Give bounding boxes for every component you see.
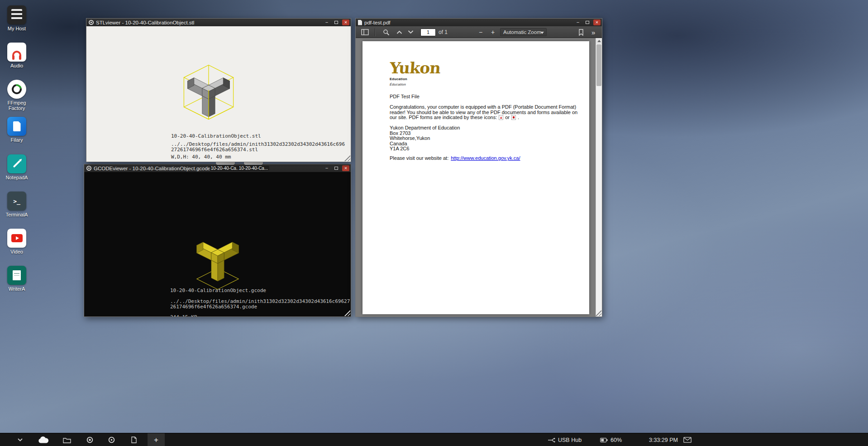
stlviewer-app-icon [89, 20, 94, 25]
desktop-file-label: 10-20-40-Ca... [210, 166, 241, 171]
stl-dimensions: W,D,H: 40, 40, 40 mm [171, 154, 345, 160]
desktop-icon-label: WriterA [9, 286, 25, 292]
taskbar-files-button[interactable] [61, 433, 73, 446]
desktop-icon-writer[interactable]: WriterA [3, 266, 31, 292]
search-button[interactable] [383, 26, 390, 38]
envelope-icon [683, 437, 692, 443]
pdf-page: Yukon Education Éducation PDF Test File … [362, 41, 589, 314]
sidebar-toggle-button[interactable] [361, 26, 369, 38]
stl-3d-render [161, 38, 256, 134]
page-number-input[interactable] [420, 29, 436, 36]
chevron-down-icon [540, 32, 544, 34]
taskbar-gcodeviewer-button[interactable] [105, 433, 118, 446]
desktop-icon-label: FFmpeg Factory [3, 100, 31, 111]
taskbar-add-button[interactable]: + [148, 433, 165, 446]
desktop-icon-ffmpeg[interactable]: FFmpeg Factory [3, 80, 31, 111]
website-link[interactable]: http://www.education.gov.yk.ca/ [451, 155, 520, 161]
usb-hub-status[interactable]: USB Hub [548, 433, 582, 446]
folder-icon [63, 437, 71, 443]
desktop-file-label: 10-20-40-Ca... [238, 166, 269, 171]
taskbar: + USB Hub 60% 3:33:29 PM [0, 433, 868, 446]
pdf-heading: PDF Test File [390, 94, 420, 100]
chevron-down-icon [408, 30, 414, 34]
pdf-document-icon [131, 436, 137, 443]
desktop-icon-video[interactable]: Video [3, 229, 31, 254]
gcodeviewer-app-icon [86, 166, 91, 171]
zoom-out-button[interactable]: − [479, 26, 482, 38]
minimize-button[interactable]: − [323, 19, 330, 25]
pencil-icon [7, 154, 26, 173]
yukon-logo-wordmark: Yukon [389, 60, 441, 76]
page-number-group: of 1 [420, 26, 448, 38]
taskbar-stlviewer-button[interactable] [83, 433, 96, 446]
zoom-in-button[interactable]: + [491, 26, 495, 38]
terminal-prompt-icon: >_ [7, 192, 26, 211]
taskbar-launcher-button[interactable] [37, 433, 50, 446]
desktop-icon-filary[interactable]: Filary [3, 117, 31, 143]
pdf-titlebar[interactable]: pdf-test.pdf − × [356, 19, 602, 26]
pdf-form-icon [511, 115, 516, 120]
stlviewer-app-icon [86, 436, 93, 443]
more-tools-button[interactable]: » [591, 26, 595, 38]
chevron-up-icon [396, 30, 402, 34]
play-button-icon [7, 229, 26, 248]
vertical-scrollbar[interactable] [596, 38, 602, 317]
maximize-button[interactable] [584, 19, 591, 25]
window-title: pdf-test.pdf [364, 20, 391, 25]
maximize-button[interactable] [333, 19, 340, 25]
next-page-button[interactable] [408, 26, 414, 38]
cloud-icon [38, 436, 49, 444]
gcode-filename: 10-20-40-CalibrationObject.gcode [170, 288, 350, 293]
minimize-button[interactable]: − [574, 19, 582, 25]
stl-viewport[interactable]: 10-20-40-CalibrationObject.stl ../../Des… [86, 26, 351, 162]
yukon-logo: Yukon Education Éducation [390, 60, 440, 87]
taskbar-pdf-button[interactable] [128, 433, 140, 446]
close-button[interactable]: × [342, 165, 349, 171]
desktop-icon-terminal[interactable]: >_ TerminalA [3, 192, 31, 217]
gcodeviewer-window: GCODEviewer - 10-20-40-CalibrationObject… [84, 164, 351, 317]
zoom-select-value: Automatic Zoom [503, 29, 541, 35]
scroll-up-arrow[interactable] [596, 38, 602, 44]
previous-page-button[interactable] [396, 26, 402, 38]
desktop-icon-label: Filary [11, 137, 23, 143]
address-block: Yukon Department of Education Box 2703 W… [390, 125, 460, 152]
gcode-3d-render [170, 203, 265, 298]
stlviewer-titlebar[interactable]: STLviewer - 10-20-40-CalibrationObject.s… [86, 19, 351, 26]
maximize-button[interactable] [333, 165, 340, 171]
pdf-toolbar: of 1 − + Automatic Zoom » [356, 26, 602, 38]
battery-status[interactable]: 60% [600, 433, 622, 446]
search-icon [383, 29, 390, 36]
battery-icon [600, 438, 608, 442]
stl-filename: 10-20-40-CalibrationObject.stl [171, 134, 345, 139]
gcode-file-info: 10-20-40-CalibrationObject.gcode ../../D… [170, 288, 350, 317]
messages-button[interactable] [683, 433, 692, 446]
gcode-viewport[interactable]: 10-20-40-CalibrationObject.gcode ../../D… [84, 172, 351, 317]
taskbar-collapse-button[interactable] [14, 433, 26, 446]
page-count-label: of 1 [439, 29, 448, 35]
stl-path-line2: 2726174696f6e4f626a656374.stl [171, 147, 345, 153]
desktop-icon-my-host[interactable]: My Host [3, 5, 31, 31]
pdf-app-icon [358, 20, 362, 25]
battery-percent: 60% [610, 437, 622, 443]
gcodeviewer-app-icon [108, 436, 115, 443]
desktop-icon-notepad[interactable]: NotepadA [3, 154, 31, 180]
acrobat-pdf-icon [499, 115, 503, 120]
desktop-icon-audio[interactable]: Audio [3, 43, 31, 68]
desktop-icon-label: My Host [8, 26, 26, 31]
pdf-viewer-window: pdf-test.pdf − × of 1 [355, 18, 602, 317]
usb-hub-label: USB Hub [558, 437, 582, 443]
bookmark-button[interactable] [578, 26, 584, 38]
usb-icon [548, 437, 555, 443]
pdf-content-area[interactable]: Yukon Education Éducation PDF Test File … [356, 38, 602, 317]
scrollbar-thumb[interactable] [596, 44, 601, 86]
headphones-icon [7, 43, 26, 62]
stlviewer-window: STLviewer - 10-20-40-CalibrationObject.s… [86, 18, 351, 162]
clock[interactable]: 3:33:29 PM [649, 433, 678, 446]
host-icon [7, 5, 26, 24]
bookmark-icon [578, 29, 584, 36]
close-button[interactable]: × [593, 19, 601, 25]
desktop-icon-label: Audio [10, 63, 23, 68]
minimize-button[interactable]: − [323, 165, 330, 171]
close-button[interactable]: × [342, 19, 349, 25]
zoom-select[interactable]: Automatic Zoom [500, 26, 547, 38]
